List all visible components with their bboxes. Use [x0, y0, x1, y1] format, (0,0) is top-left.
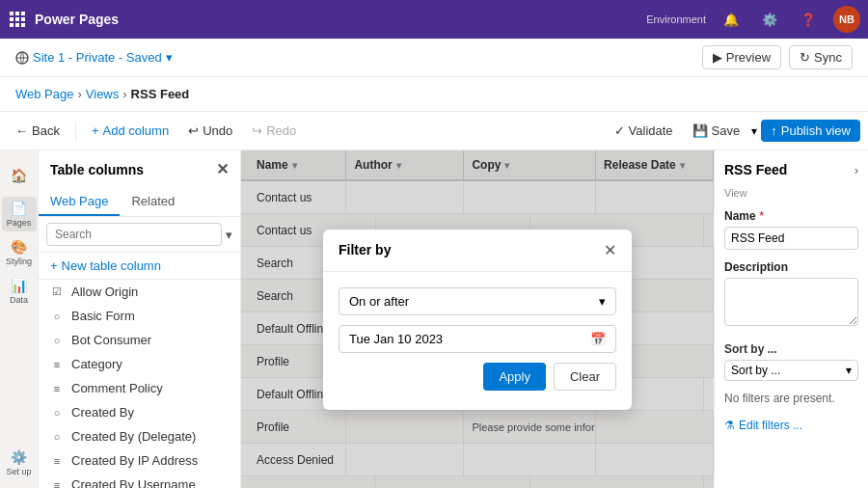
nav-home[interactable]: 🏠	[2, 158, 37, 193]
settings-icon[interactable]: ⚙️	[756, 6, 783, 33]
redo-button[interactable]: ↪ Redo	[244, 120, 304, 142]
divider1	[75, 122, 76, 141]
breadcrumb-sep1: ›	[77, 87, 81, 101]
action-bar: ← Back + Add column ↩ Undo ↪ Redo ✓ Vali…	[0, 112, 868, 150]
filter-dialog-body: On or after ▾ Tue Jan 10 2023 📅 Apply Cl…	[323, 272, 632, 410]
breadcrumb-bar: Web Page › Views › RSS Feed	[0, 77, 868, 112]
publish-view-button[interactable]: ↑ Publish view	[761, 120, 860, 142]
back-button[interactable]: ← Back	[8, 120, 68, 142]
validate-icon: ✓	[614, 123, 625, 138]
save-button[interactable]: 💾 Save	[685, 120, 748, 142]
breadcrumb-views[interactable]: Views	[86, 87, 119, 101]
env-label: Environment	[646, 14, 706, 25]
filter-date-input[interactable]: Tue Jan 10 2023 📅	[339, 325, 616, 353]
home-icon: 🏠	[11, 168, 27, 183]
filter-condition-select[interactable]: On or after ▾	[339, 287, 616, 315]
rss-feed-header: RSS Feed ›	[724, 162, 858, 177]
publish-icon: ↑	[771, 123, 777, 138]
list-item[interactable]: ≡Category	[39, 352, 240, 376]
apply-button[interactable]: Apply	[483, 363, 546, 391]
second-bar-actions: ▶ Preview ↻ Sync	[702, 45, 853, 69]
name-field-group: Name *	[724, 208, 858, 250]
sort-by-label: Sort by ...	[724, 342, 858, 356]
pages-icon: 📄	[11, 201, 27, 216]
rss-panel-title: RSS Feed	[724, 162, 787, 177]
column-list: ☑Allow Origin○Basic Form○Bot Consumer≡Ca…	[39, 280, 240, 488]
svg-rect-5	[21, 17, 25, 21]
undo-icon: ↩	[188, 123, 199, 138]
name-field-label: Name	[724, 209, 756, 223]
add-column-button[interactable]: + Add column	[84, 120, 176, 142]
svg-rect-7	[15, 23, 19, 27]
panel-tabs: Web Page Related	[39, 188, 240, 217]
styling-icon: 🎨	[11, 239, 27, 255]
col-type-icon: ○	[50, 310, 64, 323]
back-icon: ←	[15, 123, 28, 138]
edit-filters-button[interactable]: ⚗ Edit filters ...	[724, 419, 858, 432]
list-item[interactable]: ○Basic Form	[39, 304, 240, 328]
site-selector[interactable]: Site 1 - Private - Saved ▾	[15, 50, 173, 65]
sort-by-select[interactable]: Sort by ... ▾	[724, 360, 858, 381]
left-nav: 🏠 📄 Pages 🎨 Styling 📊 Data ⚙️ Set up	[0, 150, 39, 488]
col-type-icon: ≡	[50, 382, 64, 395]
list-item[interactable]: ○Created By (Delegate)	[39, 424, 240, 448]
list-item[interactable]: ○Bot Consumer	[39, 328, 240, 352]
svg-rect-6	[10, 23, 14, 27]
nav-styling-label: Styling	[6, 257, 32, 266]
nav-setup[interactable]: ⚙️ Set up	[2, 446, 37, 480]
panel-header: Table columns ✕	[39, 150, 240, 188]
breadcrumb-web-page[interactable]: Web Page	[15, 87, 73, 101]
list-item[interactable]: ≡Created By IP Address	[39, 448, 240, 473]
action-bar-right: ✓ Validate 💾 Save ▾ ↑ Publish view	[607, 120, 860, 142]
name-input[interactable]	[724, 227, 858, 250]
col-type-icon: ≡	[50, 454, 64, 468]
help-icon[interactable]: ❓	[795, 6, 822, 33]
sync-button[interactable]: ↻ Sync	[789, 45, 853, 69]
calendar-icon: 📅	[590, 332, 606, 346]
search-input[interactable]	[46, 223, 222, 246]
description-field-group: Description	[724, 259, 858, 329]
panel-close-button[interactable]: ✕	[216, 160, 229, 178]
nav-pages[interactable]: 📄 Pages	[2, 197, 37, 231]
breadcrumb-sep2: ›	[122, 87, 126, 101]
new-table-column-button[interactable]: + New table column	[39, 253, 240, 280]
sort-chevron: ▾	[846, 364, 852, 377]
validate-button[interactable]: ✓ Validate	[607, 120, 681, 142]
app-title: Power Pages	[35, 12, 646, 27]
svg-rect-8	[21, 23, 25, 27]
list-item[interactable]: ≡Created By Username	[39, 473, 240, 488]
filter-dialog-header: Filter by ✕	[323, 230, 632, 272]
list-item[interactable]: ≡Comment Policy	[39, 376, 240, 400]
site-label: Site 1 - Private - Saved	[33, 50, 162, 65]
panel-title: Table columns	[50, 162, 144, 177]
filter-icon[interactable]: ▾	[226, 228, 232, 242]
tab-web-page[interactable]: Web Page	[39, 188, 120, 216]
grid-icon[interactable]	[8, 10, 27, 29]
filter-icon-right: ⚗	[724, 419, 735, 432]
nav-data[interactable]: 📊 Data	[2, 274, 37, 309]
save-chevron[interactable]: ▾	[751, 124, 757, 138]
description-input[interactable]	[724, 278, 858, 326]
col-type-icon: ☑	[50, 285, 64, 299]
list-item[interactable]: ○Created By	[39, 400, 240, 424]
nav-styling[interactable]: 🎨 Styling	[2, 235, 37, 270]
filter-title: Filter by	[339, 242, 391, 258]
filters-section: No filters are present.	[724, 391, 858, 405]
tab-related[interactable]: Related	[120, 188, 186, 216]
rss-panel-chevron[interactable]: ›	[854, 163, 858, 177]
filter-close-button[interactable]: ✕	[604, 241, 616, 259]
nav-pages-label: Pages	[7, 218, 32, 228]
preview-icon: ▶	[713, 50, 722, 65]
preview-button[interactable]: ▶ Preview	[702, 45, 781, 69]
sync-icon: ↻	[800, 50, 810, 65]
filter-condition-value: On or after	[349, 294, 409, 309]
svg-rect-3	[10, 17, 14, 21]
undo-button[interactable]: ↩ Undo	[180, 120, 240, 142]
sort-by-value: Sort by ...	[731, 364, 780, 377]
clear-button[interactable]: Clear	[554, 363, 616, 391]
avatar[interactable]: NB	[833, 6, 860, 33]
svg-rect-1	[15, 12, 19, 15]
list-item[interactable]: ☑Allow Origin	[39, 280, 240, 304]
notification-icon[interactable]: 🔔	[718, 6, 745, 33]
breadcrumb: Web Page › Views › RSS Feed	[15, 87, 189, 101]
